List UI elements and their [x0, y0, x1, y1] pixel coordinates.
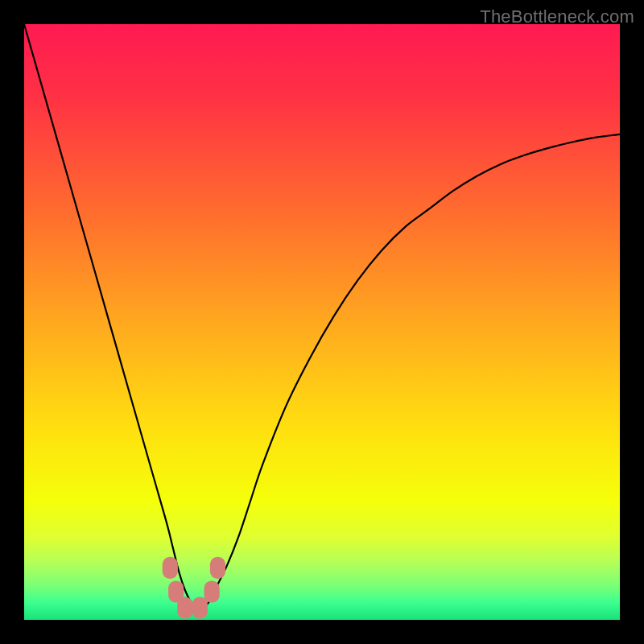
marker-dot — [210, 557, 225, 579]
marker-dot — [204, 580, 220, 602]
bottleneck-chart — [24, 24, 620, 620]
marker-dot — [177, 597, 192, 618]
plot-area — [24, 24, 620, 620]
gradient-background — [24, 24, 620, 620]
chart-frame: TheBottleneck.com — [0, 0, 644, 644]
marker-dot — [163, 557, 178, 579]
marker-dot — [192, 597, 208, 618]
